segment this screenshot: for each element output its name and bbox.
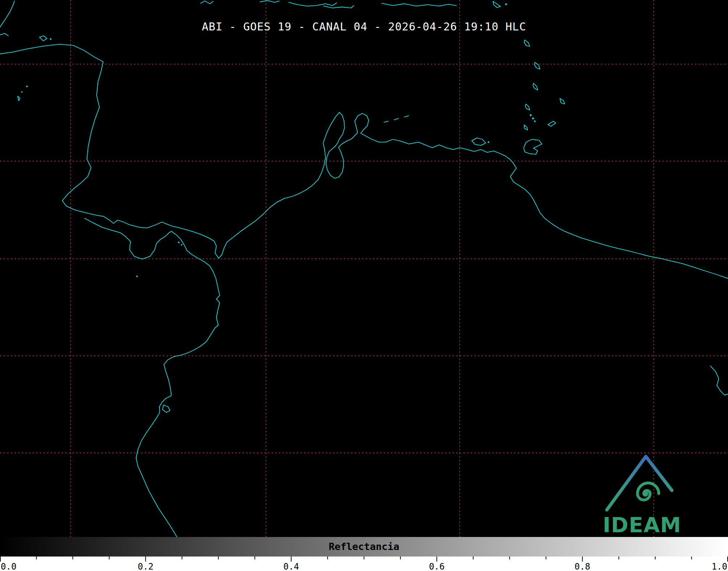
tick-label: 1.0 (712, 562, 727, 571)
island-dots (21, 3, 535, 277)
satellite-map: IDEAM (0, 0, 728, 537)
logo-mountain-icon (607, 457, 672, 510)
coastlines: IDEAM (0, 0, 728, 537)
image-title: ABI - GOES 19 - CANAL 04 - 2026-04-26 19… (0, 20, 728, 33)
tick-label: 0.2 (138, 562, 153, 571)
coastline-abc-islands (384, 116, 409, 122)
ideam-logo: IDEAM (603, 457, 681, 537)
goes-satellite-product: IDEAM ABI - GOES 19 - CANAL 04 - 2026-04… (0, 0, 728, 571)
tick-label: 0.4 (283, 562, 299, 571)
coastline-pacific (84, 218, 219, 537)
tick-label: 0.6 (429, 562, 445, 571)
coastline-right-edge (710, 366, 728, 395)
colorbar-label: Reflectancia (0, 537, 728, 557)
colorbar-axis: 0.00.20.40.60.81.0 (0, 557, 728, 571)
graticule (0, 0, 728, 537)
logo-wordmark: IDEAM (603, 513, 681, 537)
colorbar-tick-layer: 0.00.20.40.60.81.0 (0, 557, 728, 571)
tick-label: 0.8 (575, 562, 590, 571)
logo-hurricane-spiral-icon (637, 483, 659, 500)
coastline-islands (18, 1, 565, 412)
tick-label: 0.0 (1, 562, 16, 571)
colorbar-gradient: Reflectancia (0, 537, 728, 557)
